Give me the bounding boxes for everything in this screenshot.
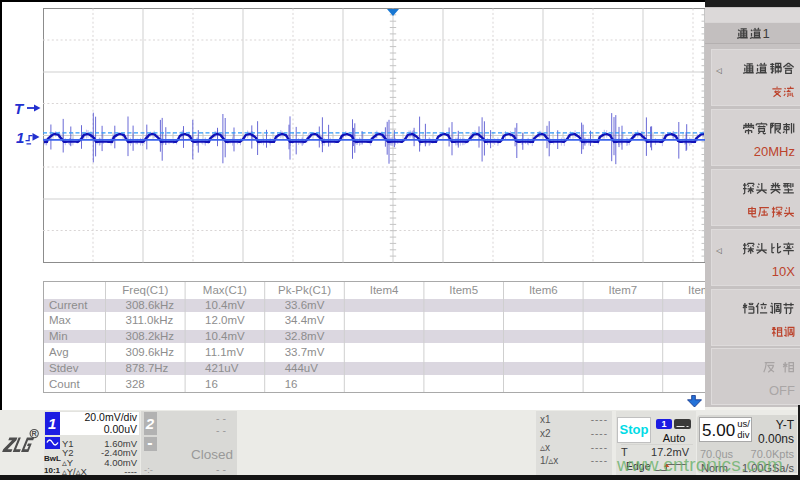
svg-text:R: R <box>32 429 38 438</box>
